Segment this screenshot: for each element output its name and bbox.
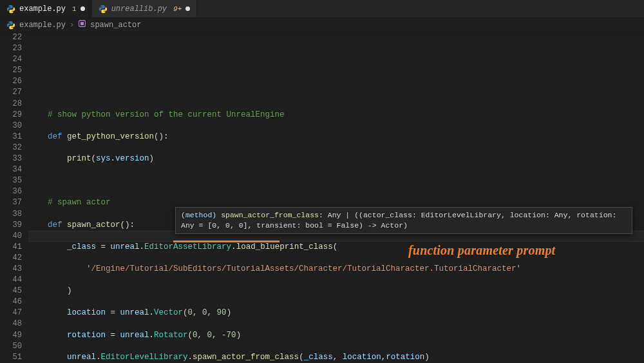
- breadcrumb-symbol: spawn_actor: [90, 21, 141, 30]
- tab-modified-dot: [80, 6, 85, 11]
- line-number-gutter: 2223242526272829303132333435363738394041…: [0, 32, 28, 363]
- parameter-hint-tooltip: (method) spawn_actor_from_class: Any | (…: [175, 207, 632, 234]
- tab-example-py[interactable]: example.py 1: [0, 0, 92, 17]
- tab-unreallib-py[interactable]: unreallib.py 9+: [92, 0, 198, 17]
- symbol-method-icon: [78, 19, 86, 30]
- chevron-right-icon: ›: [70, 21, 74, 30]
- tab-dirty-count: 9+: [173, 5, 182, 13]
- tab-label: unreallib.py: [111, 5, 167, 14]
- tab-modified-dot: [185, 6, 190, 11]
- tab-label: example.py: [19, 5, 66, 14]
- breadcrumb[interactable]: example.py › spawn_actor: [0, 18, 644, 32]
- tab-dirty-count: 1: [72, 5, 77, 13]
- code-editor[interactable]: 2223242526272829303132333435363738394041…: [0, 32, 644, 363]
- code-area[interactable]: # show python version of the current Unr…: [28, 32, 644, 363]
- python-icon: [6, 5, 15, 14]
- svg-rect-1: [80, 22, 84, 25]
- tab-bar: example.py 1 unreallib.py 9+: [0, 0, 644, 18]
- python-icon: [6, 21, 15, 30]
- breadcrumb-file: example.py: [19, 21, 66, 30]
- python-icon: [99, 5, 108, 14]
- annotation-label: function parameter prompt: [408, 245, 555, 256]
